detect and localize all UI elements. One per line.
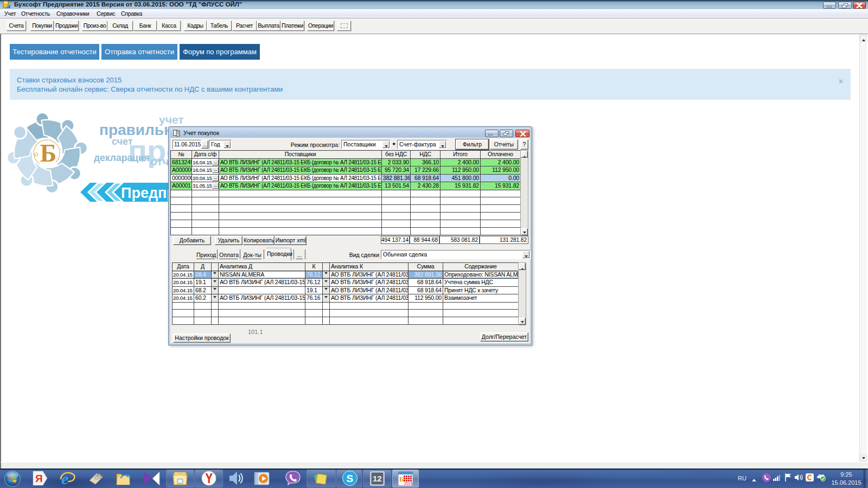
svg-text:отч: отч [150, 155, 169, 168]
svg-text:Б: Б [40, 139, 56, 167]
svg-text:S: S [347, 473, 354, 484]
svg-text:12: 12 [373, 474, 382, 483]
svg-text:декларация: декларация [94, 152, 150, 163]
svg-text:Я: Я [35, 473, 43, 484]
svg-text:Б: Б [399, 475, 404, 483]
svg-text:2015: 2015 [404, 481, 413, 485]
